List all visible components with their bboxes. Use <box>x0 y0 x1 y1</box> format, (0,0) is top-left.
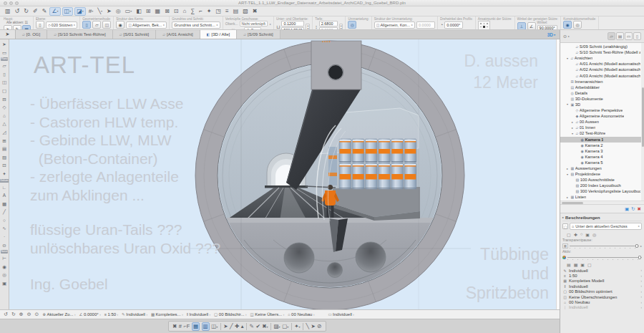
rotate-view-icon[interactable]: ◎ <box>114 7 122 16</box>
magic-icon[interactable]: ✦▾ <box>294 323 300 329</box>
zoom-out-icon[interactable]: ⊖ <box>27 312 31 317</box>
statusbar-entry[interactable]: ‖Individuell› <box>187 312 210 317</box>
refresh-view-icon[interactable]: ↻ <box>631 206 635 212</box>
mode-icon-button[interactable]: ▯ <box>82 21 91 29</box>
value-field[interactable]: 0.1200 <box>281 21 304 26</box>
tool-text-icon[interactable]: A <box>3 191 6 200</box>
undo-icon[interactable]: ↺ <box>14 7 21 16</box>
tab-4[interactable]: ▱[A/01 Ansicht] <box>156 30 200 39</box>
segment-icon[interactable]: ╱ <box>230 323 233 329</box>
add-icon[interactable]: ✚ <box>574 232 577 237</box>
tree-item[interactable]: ◉Kamera 2 <box>560 143 644 148</box>
tool-line-icon[interactable]: ╱ <box>3 208 6 216</box>
up-icon[interactable]: ▴ <box>241 323 244 329</box>
copy-icon[interactable]: ▣ <box>585 232 590 237</box>
cursor-icon[interactable]: ➤ <box>105 7 113 16</box>
fit-view-icon[interactable]: ⊙ <box>35 312 39 317</box>
tool-marquee-icon[interactable]: ▭ <box>2 49 6 57</box>
tool-stair-icon[interactable]: ⊞ <box>2 137 6 145</box>
statusbar-entry[interactable]: ≡1:50› <box>104 312 118 317</box>
tree-item[interactable]: ▤Arbeitsblätter <box>560 85 644 90</box>
tool-elevation-icon[interactable]: ◉ <box>2 263 6 271</box>
null-mode-icon[interactable]: ⊘ <box>317 323 321 329</box>
hatch-icon[interactable]: ▨▾ <box>274 323 280 329</box>
tree-item[interactable]: ▾▱02 Test-Röhre <box>560 130 644 136</box>
reference-icon[interactable]: ▦ <box>562 243 568 248</box>
tool-roof-icon[interactable]: ⌂ <box>3 112 6 120</box>
home-story-icon[interactable]: ⌂ <box>182 7 188 16</box>
statusbar-entry[interactable]: ∠0.0000°› <box>79 312 101 317</box>
cursor-icon[interactable]: ➤ <box>223 323 228 329</box>
tab-overview-button[interactable]: ➤ <box>0 30 16 39</box>
tool-select-icon[interactable]: ➤ <box>2 40 6 49</box>
statusbar-entry[interactable]: ✎Individuell› <box>122 312 147 317</box>
tree-item[interactable]: ▱A/02 Ansicht (Modell automatisch wieder… <box>560 67 644 72</box>
snap-options-icon[interactable]: ◫▾ <box>211 323 218 329</box>
tool-dimension-icon[interactable]: ∟ <box>2 183 6 192</box>
tool-detail-icon[interactable]: ▣ <box>2 279 6 288</box>
orbit-icon[interactable]: ↺ <box>4 312 8 317</box>
tab-1[interactable]: ▱[0. OG] <box>16 30 47 39</box>
tool-slab-icon[interactable]: ◇ <box>3 103 6 112</box>
mode-icon-button[interactable]: ◎ <box>348 21 356 29</box>
tree-item[interactable]: ◇Allgemeine Perspektive <box>560 107 644 113</box>
tree-item[interactable]: ◎Details <box>560 90 644 96</box>
dropdown[interactable]: ◇020 Stützen▸ <box>46 21 77 29</box>
statusbar-entry[interactable]: ▦Komplettes...› <box>151 312 183 317</box>
quick-option-row[interactable]: ⌂00 Neubau› <box>562 299 642 304</box>
snap-guides-icon[interactable]: ◫▾ <box>62 7 74 16</box>
confirm-icon[interactable]: ✔ <box>255 323 260 329</box>
tree-item[interactable]: ▸▱01 Innen <box>560 125 644 130</box>
tool-column-icon[interactable]: ▢ <box>2 87 6 95</box>
magic-wand-icon[interactable]: ✦ <box>205 7 213 16</box>
cancel-icon[interactable]: ✖ <box>172 323 177 329</box>
lead-icon[interactable]: ◉ <box>116 21 125 29</box>
layers-icon[interactable]: ▤ <box>232 7 240 16</box>
tab-2[interactable]: ▱[S/10 Schnitt Test-Röhre] <box>47 30 112 39</box>
guide-lines-icon[interactable]: ∠▾ <box>49 7 60 16</box>
snap-points-icon[interactable]: ◪▾ <box>74 7 86 16</box>
tool-zone-icon[interactable]: ⊡ <box>2 161 6 170</box>
value-field[interactable]: 0.0000 <box>416 21 435 29</box>
tree-item[interactable]: ⊞Innenansichten <box>560 79 644 85</box>
quick-option-row[interactable]: ✎Individuell› <box>562 268 642 273</box>
slash-icon[interactable]: ╲ <box>306 323 310 329</box>
delete-view-icon[interactable]: ✖ <box>638 206 641 212</box>
model-viewport[interactable]: ▪▪▪▪ ART-TEL - Überfässer LLW Asse- Cast… <box>9 39 560 309</box>
quick-option-row[interactable]: ≡1:50› <box>562 273 642 278</box>
active-slider[interactable] <box>567 255 642 261</box>
tool-camera-icon[interactable]: ◎ <box>2 271 6 279</box>
tool-window-icon[interactable]: ◫ <box>2 78 6 87</box>
layout-d-icon[interactable]: ▢ <box>587 262 592 267</box>
panel-toggle-icon[interactable]: ▥ <box>4 7 12 16</box>
view-chooser-button[interactable]: 3D ▾ <box>543 30 560 39</box>
tool-beam-icon[interactable]: ⊟ <box>2 95 6 104</box>
tab-3[interactable]: ▱[S/01 Schnitt] <box>113 30 157 39</box>
floor-filter-checkbox[interactable]: ▢ <box>562 223 568 229</box>
tree-item[interactable]: ◉Kamera 1 <box>560 137 644 143</box>
anchor-point-grid[interactable] <box>478 21 491 30</box>
fillet-icon[interactable]: ⊡ <box>172 7 180 16</box>
relative-coords-icon[interactable]: ⌐F <box>183 323 190 329</box>
floor-filter-dropdown[interactable]: ⌂ Unter dem aktuellen Geschoss ▸ <box>570 223 642 230</box>
tool-fill-icon[interactable]: ▩ <box>2 200 6 208</box>
snap-angle-icon[interactable]: ╲▾ <box>96 7 104 16</box>
edit-icon[interactable]: ✎ <box>250 323 254 329</box>
tool-shell-icon[interactable]: △ <box>3 120 6 128</box>
grid-icon[interactable]: # <box>179 323 182 329</box>
view-map-icon[interactable]: ▤ <box>616 32 624 40</box>
tilt-mode-button[interactable]: ⊥ <box>517 22 526 30</box>
parameter-pipette-icon[interactable]: ✐ <box>31 7 39 16</box>
save-view-icon[interactable]: ▣ <box>625 206 629 212</box>
pen-mode-button[interactable]: ✎ <box>13 25 21 30</box>
tree-item[interactable]: ▥3D-Dokumente <box>560 96 644 102</box>
transparency-slider[interactable] <box>570 243 639 249</box>
tree-item[interactable]: ◆Allgemeine Axonometrie <box>560 113 644 119</box>
arrange-icon[interactable]: ▧ <box>241 7 250 16</box>
linked-story-row[interactable]: Oberk...Nicht verknüpft▸ <box>225 21 271 26</box>
tilt-mode-button[interactable]: ∠ <box>527 22 536 30</box>
value-field[interactable]: 90.0000° <box>537 25 557 30</box>
tree-item[interactable]: ▨300 Verknüpfungsliste Layoutbuch <box>560 188 644 194</box>
close-window-icon[interactable]: ✖ <box>251 7 259 16</box>
calculate-icon[interactable]: ∑ <box>189 7 196 16</box>
